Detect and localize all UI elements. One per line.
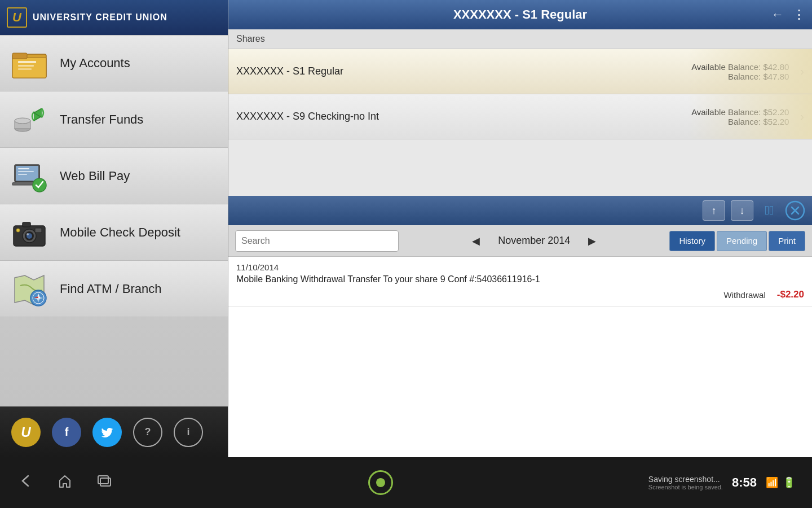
spacer-area [228,139,812,196]
sys-home-btn[interactable] [56,472,73,493]
tab-pending[interactable]: Pending [717,231,767,251]
logo-u-icon: U [7,7,27,28]
svg-point-8 [15,118,30,124]
sidebar-item-label-find-atm-branch: Find ATM / Branch [60,282,162,296]
transfer-icon [9,99,50,140]
transaction-area: ↑ ↓ ⓪⃝ ◀ November 2014 ▶ [228,196,812,457]
map-icon [9,269,50,309]
svg-rect-3 [18,61,36,63]
help-btn[interactable]: ? [133,418,162,447]
sidebar-header: U UNIVERSITY CREDIT UNION [0,0,228,35]
svg-rect-21 [23,222,30,227]
svg-point-22 [16,229,20,232]
sidebar-item-label-transfer-funds: Transfer Funds [60,112,143,127]
u-icon-btn[interactable]: U [11,418,41,447]
sidebar-item-label-mobile-check-deposit: Mobile Check Deposit [60,225,180,240]
svg-rect-13 [18,174,27,175]
screenshot-area: Saving screenshot... Screenshot is being… [648,475,723,491]
svg-rect-28 [100,478,111,486]
facebook-btn[interactable]: f [52,418,81,447]
transaction-toolbar: ↑ ↓ ⓪⃝ [228,196,812,225]
system-bar: Saving screenshot... Screenshot is being… [0,457,812,508]
svg-point-19 [27,233,29,235]
account-row-s1[interactable]: XXXXXXX - S1 Regular Available Balance: … [228,49,812,94]
right-panel: XXXXXXX - S1 Regular ← ⋮ Shares XXXXXXX … [228,0,812,457]
sys-back-btn[interactable] [17,472,34,493]
sys-home-circle-btn[interactable] [368,470,393,495]
transaction-date-0: 11/10/2014 [236,262,804,272]
tab-group: History Pending Print [669,231,805,251]
prev-month-btn[interactable]: ◀ [467,233,484,249]
transaction-desc-0: Mobile Banking Withdrawal Transfer To yo… [236,274,804,284]
svg-rect-27 [98,476,108,484]
twitter-btn[interactable] [92,418,122,447]
sidebar-item-web-bill-pay[interactable]: Web Bill Pay [0,148,228,204]
billpay-icon [9,156,50,196]
svg-rect-5 [18,68,32,70]
svg-rect-2 [12,53,27,59]
right-header: XXXXXXX - S1 Regular ← ⋮ [228,0,812,29]
svg-rect-1 [12,58,46,78]
close-transaction-btn[interactable]: ⓪⃝ [759,200,779,221]
transaction-detail-row-0: Withdrawal -$2.20 [236,289,804,300]
sidebar-item-label-web-bill-pay: Web Bill Pay [60,169,130,183]
folder-icon [9,43,50,84]
upload-btn[interactable]: ↑ [703,200,725,221]
download-btn[interactable]: ↓ [731,200,753,221]
tab-history[interactable]: History [669,231,715,251]
page-title: XXXXXXX - S1 Regular [453,7,587,22]
month-label: November 2014 [489,235,579,247]
svg-rect-10 [16,166,38,181]
svg-rect-11 [18,168,29,169]
transaction-item-0[interactable]: 11/10/2014 Mobile Banking Withdrawal Tra… [228,257,812,306]
app-title: UNIVERSITY CREDIT UNION [33,12,167,23]
swipe-overlay-s9 [688,94,812,139]
sys-center [368,470,393,495]
sidebar: U UNIVERSITY CREDIT UNION [0,0,228,457]
battery-icon: 🔋 [783,476,795,489]
sys-home-inner [376,478,385,487]
sidebar-item-transfer-funds[interactable]: Transfer Funds [0,91,228,148]
account-name-s9: XXXXXXX - S9 Checking-no Int [236,111,691,122]
back-button[interactable]: ← [771,7,784,22]
shares-section-label: Shares [228,29,812,49]
accounts-list: XXXXXXX - S1 Regular Available Balance: … [228,49,812,139]
sys-right: Saving screenshot... Screenshot is being… [648,475,795,491]
svg-rect-4 [18,65,34,67]
sidebar-item-label-my-accounts: My Accounts [60,56,130,71]
close-circle-btn[interactable] [785,200,805,221]
screenshot-label: Saving screenshot... [648,475,723,484]
wifi-icon: 📶 [766,476,778,489]
camera-icon [9,212,50,253]
transaction-type-0: Withdrawal [724,290,766,300]
account-row-s9[interactable]: XXXXXXX - S9 Checking-no Int Available B… [228,94,812,139]
tab-print[interactable]: Print [769,231,805,251]
sys-status-icons: 📶 🔋 [766,476,795,489]
swipe-overlay-s1 [688,49,812,94]
menu-button[interactable]: ⋮ [793,7,805,22]
transaction-list: 11/10/2014 Mobile Banking Withdrawal Tra… [228,257,812,457]
sidebar-item-mobile-check-deposit[interactable]: Mobile Check Deposit [0,204,228,261]
sidebar-bottom-nav: U f ? i [0,406,228,457]
sidebar-nav: My Accounts [0,35,228,406]
account-name-s1: XXXXXXX - S1 Regular [236,65,691,77]
system-time: 8:58 [732,475,757,490]
svg-rect-12 [18,171,34,172]
screenshot-sub: Screenshot is being saved. [648,484,723,491]
transaction-amount-0: -$2.20 [777,289,804,300]
sidebar-item-find-atm-branch[interactable]: Find ATM / Branch [0,261,228,317]
info-btn[interactable]: i [174,418,203,447]
search-nav-row: ◀ November 2014 ▶ History Pending Print [228,225,812,257]
sys-recents-btn[interactable] [96,472,113,493]
search-input[interactable] [235,230,399,252]
month-nav: ◀ November 2014 ▶ [405,233,663,249]
next-month-btn[interactable]: ▶ [584,233,601,249]
svg-rect-20 [35,228,42,233]
sys-nav-btns [17,472,113,493]
sidebar-item-my-accounts[interactable]: My Accounts [0,35,228,91]
